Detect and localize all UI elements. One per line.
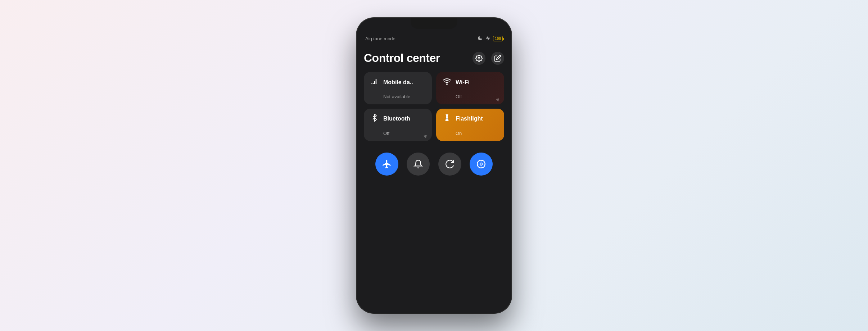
edit-icon (494, 55, 501, 62)
status-right-icons: 100 (477, 35, 503, 42)
mobile-data-subtitle: Not available (370, 94, 426, 99)
bluetooth-icon (370, 114, 380, 124)
gear-icon (475, 55, 483, 62)
bluetooth-expand-arrow (424, 134, 428, 139)
rotation-icon (445, 159, 455, 169)
bell-icon (413, 159, 423, 169)
mobile-data-icon (370, 77, 380, 88)
focus-button[interactable] (470, 153, 493, 176)
mobile-data-top: Mobile da.. (370, 77, 426, 88)
title-icons-group (473, 52, 504, 65)
airplane-mode-label: Airplane mode (365, 36, 395, 41)
flashlight-tile[interactable]: Flashlight On (436, 109, 504, 141)
rotation-button[interactable] (438, 153, 461, 176)
wifi-top: Wi-Fi (442, 77, 498, 88)
settings-button[interactable] (473, 52, 485, 65)
bluetooth-subtitle: Off (370, 131, 426, 136)
bluetooth-top: Bluetooth (370, 114, 426, 124)
flashlight-top: Flashlight (442, 114, 498, 124)
bottom-buttons-row (364, 147, 504, 181)
bluetooth-title: Bluetooth (383, 115, 410, 122)
flashlight-subtitle: On (442, 131, 498, 136)
phone-screen: Airplane mode 100 (357, 18, 511, 313)
tiles-grid: Mobile da.. Not available (364, 72, 504, 141)
svg-point-9 (480, 163, 483, 166)
mobile-data-title: Mobile da.. (383, 79, 413, 86)
control-center-title: Control center (364, 51, 440, 65)
battery-indicator: 100 (493, 36, 503, 41)
svg-point-6 (447, 84, 447, 85)
svg-point-1 (478, 57, 480, 59)
phone-notch (411, 18, 457, 29)
wifi-subtitle: Off (442, 94, 498, 99)
moon-icon (477, 35, 483, 42)
phone-device: Airplane mode 100 (357, 18, 511, 313)
svg-point-7 (446, 118, 448, 119)
control-center-content: Control center (357, 46, 511, 313)
edit-button[interactable] (491, 52, 504, 65)
wifi-tile[interactable]: Wi-Fi Off (436, 72, 504, 104)
wifi-icon (442, 77, 452, 88)
airplane-icon (382, 159, 392, 169)
svg-marker-0 (486, 36, 490, 40)
wifi-title: Wi-Fi (456, 79, 470, 86)
focus-icon (476, 159, 486, 169)
flashlight-title: Flashlight (456, 115, 483, 122)
flashlight-icon (442, 114, 452, 124)
airplane-mode-button[interactable] (375, 153, 398, 176)
mobile-data-tile[interactable]: Mobile da.. Not available (364, 72, 432, 104)
bluetooth-tile[interactable]: Bluetooth Off (364, 109, 432, 141)
sound-button[interactable] (407, 153, 430, 176)
title-row: Control center (364, 51, 504, 65)
wifi-expand-arrow (496, 97, 501, 102)
charging-icon (485, 35, 491, 42)
